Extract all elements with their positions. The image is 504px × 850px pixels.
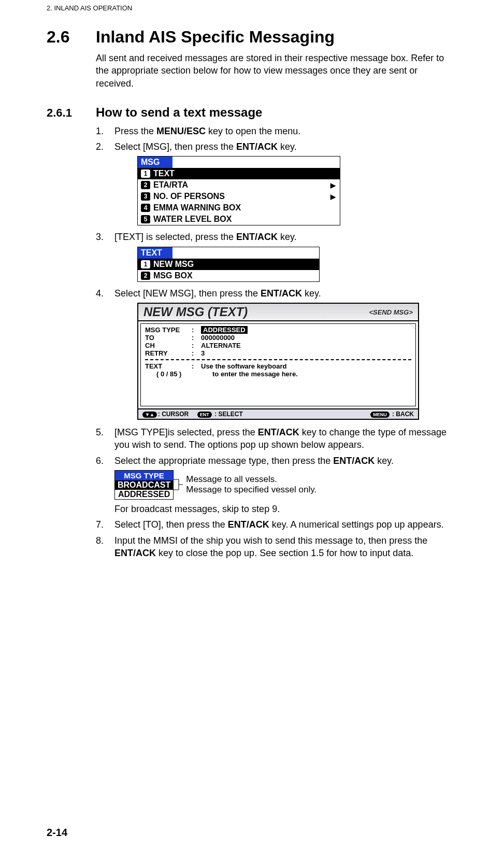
menu-item-msgbox: 2 MSG BOX xyxy=(138,270,319,281)
step-text: Select [MSG], then press the xyxy=(114,141,236,152)
field-value-text-line1: Use the software keyboard xyxy=(201,362,286,370)
step-text: key. xyxy=(375,456,394,466)
divider xyxy=(145,359,411,360)
field-label-to: TO xyxy=(145,334,192,342)
popup-option-addressed: ADDRESSED xyxy=(115,490,173,499)
arrow-keys-icon: ▼▲ xyxy=(142,412,157,418)
key-name: ENT/ACK xyxy=(236,232,278,242)
step-text: key to open the menu. xyxy=(206,126,300,136)
text-menu-figure: TEXT 1 NEW MSG 2 MSG BOX xyxy=(137,247,320,282)
menu-label: TEXT xyxy=(153,169,175,178)
step-text: Select the appropriate message type, the… xyxy=(114,456,333,466)
menu-label: NEW MSG xyxy=(153,260,194,269)
step-8: 8. Input the MMSI of the ship you wish t… xyxy=(96,534,457,560)
step-text: key to close the pop up. See section 1.5… xyxy=(156,548,413,558)
step-text: Press the xyxy=(114,126,156,136)
menu-label: NO. OF PERSONS xyxy=(153,192,225,201)
field-value-msgtype: ADDRESSED xyxy=(201,326,248,334)
menu-index: 5 xyxy=(141,215,150,223)
key-name: ENT/ACK xyxy=(114,548,156,558)
submenu-arrow-icon: ▶ xyxy=(330,181,336,189)
menu-label: WATER LEVEL BOX xyxy=(153,215,232,224)
field-value-ch: ALTERNATE xyxy=(201,342,241,349)
screen-title: NEW MSG (TEXT) xyxy=(143,305,248,319)
menu-index: 3 xyxy=(141,192,150,201)
field-value-text-line2: to enter the message here. xyxy=(212,370,298,378)
step-number: 5. xyxy=(96,426,114,451)
key-name: MENU/ESC xyxy=(156,126,206,136)
menu-title: TEXT xyxy=(138,247,172,259)
step-text: [TEXT] is selected, press the xyxy=(114,232,236,242)
char-counter: ( 0 / 85 ) xyxy=(156,370,203,378)
footer-back-label: : BACK xyxy=(391,410,414,418)
key-name: ENT/ACK xyxy=(261,288,302,299)
step-number: 6. xyxy=(96,455,114,467)
step-number: 1. xyxy=(96,125,114,137)
step-3: 3. [TEXT] is selected, press the ENT/ACK… xyxy=(96,231,457,243)
footer-cursor-label: : CURSOR xyxy=(158,410,189,418)
step-7: 7. Select [TO], then press the ENT/ACK k… xyxy=(96,518,457,531)
step-number: 2. xyxy=(96,140,114,153)
callout-addressed: Message to specified vessel only. xyxy=(186,485,316,495)
field-label-text: TEXT xyxy=(145,362,192,370)
callout-broadcast: Message to all vessels. xyxy=(186,474,316,485)
page-corner-icon xyxy=(410,323,416,330)
menu-label: EMMA WARNING BOX xyxy=(153,203,241,212)
field-value-retry: 3 xyxy=(201,349,205,357)
running-header: 2. INLAND AIS OPERATION xyxy=(47,0,457,27)
key-name: ENT/ACK xyxy=(258,427,299,437)
field-value-to: 000000000 xyxy=(201,334,235,342)
msg-menu-figure: MSG 1 TEXT 2 ETA/RTA ▶ 3 NO. OF PERSONS … xyxy=(137,156,340,225)
ent-key-icon: ENT xyxy=(197,412,212,418)
footer-select-label: : SELECT xyxy=(213,410,243,418)
screen-body: MSG TYPE : ADDRESSED TO : 000000000 CH :… xyxy=(140,323,416,406)
menu-index: 1 xyxy=(141,260,150,268)
field-label-retry: RETRY xyxy=(145,349,192,357)
callout-bracket-icon xyxy=(174,473,183,496)
step-number: 8. xyxy=(96,534,114,560)
intro-paragraph: All sent and received messages are store… xyxy=(96,52,457,90)
step-1: 1. Press the MENU/ESC key to open the me… xyxy=(96,125,457,137)
menu-index: 2 xyxy=(141,272,150,280)
msgtype-popup-box: MSG TYPE BROADCAST ADDRESSED xyxy=(114,470,174,500)
key-name: ENT/ACK xyxy=(228,519,269,530)
step-text: key. xyxy=(278,232,297,242)
page-number: 2-14 xyxy=(47,827,67,839)
menu-label: MSG BOX xyxy=(153,271,193,280)
step-4: 4. Select [NEW MSG], then press the ENT/… xyxy=(96,287,457,300)
subsection-heading: 2.6.1 How to send a text message xyxy=(47,105,457,120)
msgtype-popup-figure: MSG TYPE BROADCAST ADDRESSED Message to … xyxy=(114,470,457,500)
menu-key-icon: MENU xyxy=(370,412,390,418)
menu-index: 2 xyxy=(141,181,150,189)
field-label-ch: CH xyxy=(145,342,192,349)
step-6-note: For broadcast messages, skip to step 9. xyxy=(96,503,457,515)
popup-title: MSG TYPE xyxy=(115,471,173,480)
step-note-text: For broadcast messages, skip to step 9. xyxy=(114,503,457,515)
step-number: 7. xyxy=(96,518,114,531)
menu-index: 1 xyxy=(141,169,150,178)
key-name: ENT/ACK xyxy=(333,456,375,466)
menu-index: 4 xyxy=(141,204,150,212)
menu-item-text: 1 TEXT xyxy=(138,168,340,179)
step-6: 6. Select the appropriate message type, … xyxy=(96,455,457,467)
step-number: 3. xyxy=(96,231,114,243)
menu-item-newmsg: 1 NEW MSG xyxy=(138,259,319,270)
step-text: key. xyxy=(278,141,297,152)
popup-option-broadcast: BROADCAST xyxy=(115,480,173,490)
screen-titlebar: NEW MSG (TEXT) <SEND MSG> xyxy=(138,304,418,321)
key-name: ENT/ACK xyxy=(236,141,278,152)
menu-title: MSG xyxy=(138,157,172,168)
screen-footer: ▼▲: CURSOR ENT : SELECT MENU : BACK xyxy=(138,408,418,419)
menu-item-emma: 4 EMMA WARNING BOX xyxy=(138,202,340,214)
step-5: 5. [MSG TYPE]is selected, press the ENT/… xyxy=(96,426,457,451)
submenu-arrow-icon: ▶ xyxy=(330,193,336,201)
step-text: key. A numerical settings pop up appears… xyxy=(269,519,444,530)
field-label-msgtype: MSG TYPE xyxy=(145,326,192,334)
step-text: [MSG TYPE]is selected, press the xyxy=(114,427,258,437)
step-number: 4. xyxy=(96,287,114,300)
section-title: Inland AIS Specific Messaging xyxy=(96,27,335,47)
subsection-title: How to send a text message xyxy=(96,105,262,120)
menu-item-water: 5 WATER LEVEL BOX xyxy=(138,214,340,225)
menu-item-eta: 2 ETA/RTA ▶ xyxy=(138,179,340,191)
subsection-number: 2.6.1 xyxy=(47,106,96,120)
